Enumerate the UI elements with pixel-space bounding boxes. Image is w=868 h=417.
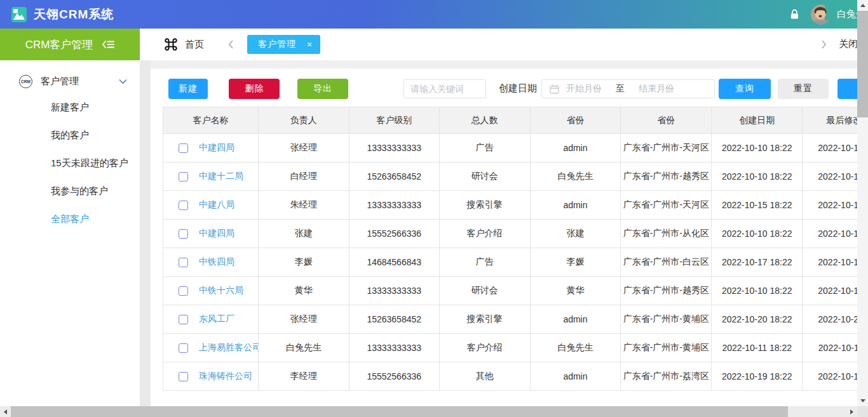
customer-name-link[interactable]: 中建四局	[199, 142, 234, 154]
sidebar-item[interactable]: 全部客户	[0, 205, 140, 233]
province2-cell: 广东省-广州市-白云区	[621, 248, 712, 277]
level-cell: 13333333333	[349, 277, 440, 305]
province-cell: admin	[531, 362, 621, 391]
total-cell: 客户介绍	[440, 334, 531, 362]
row-checkbox[interactable]	[179, 143, 188, 153]
customer-name-link[interactable]: 珠海铸件公司	[199, 371, 252, 382]
sidebar-item-customer-management[interactable]: CRM 客户管理	[0, 69, 140, 93]
province-cell: admin	[531, 305, 621, 334]
customers-table: 客户名称 负责人 客户级别 总人数 省份 省份 创建日期 最后修改时间 中建四局…	[163, 107, 868, 391]
province-cell: 张建	[531, 220, 621, 248]
customer-name-cell: 中铁十六局	[163, 277, 259, 305]
owner-cell: 黄华	[259, 277, 349, 305]
sidebar-item[interactable]: 我的客户	[0, 121, 140, 149]
table-row[interactable]: 中铁四局 李媛 14684566843 广告 李媛 广东省-广州市-白云区 20…	[163, 248, 868, 277]
sidebar-item[interactable]: 新建客户	[0, 93, 140, 121]
date-range-picker[interactable]: 开始月份 至 结束月份	[541, 79, 715, 98]
scroll-up-icon[interactable]	[857, 0, 868, 11]
province-cell: 黄华	[531, 277, 621, 305]
scroll-down-icon[interactable]	[857, 395, 868, 406]
level-cell: 15552566336	[349, 220, 440, 248]
customer-name-link[interactable]: 中建四局	[199, 228, 234, 239]
level-cell: 15552566336	[349, 362, 440, 391]
level-cell: 13333333333	[349, 134, 440, 162]
province-cell: admin	[531, 134, 621, 162]
search-input[interactable]	[403, 79, 486, 98]
app-window: 天翎CRM系统 白兔先生 CRM客户管理 首页	[0, 0, 868, 417]
row-checkbox[interactable]	[179, 372, 188, 381]
row-checkbox[interactable]	[179, 258, 188, 267]
customer-name-link[interactable]: 中建八局	[199, 199, 234, 211]
chevron-down-icon	[119, 79, 127, 84]
owner-cell: 张经理	[259, 134, 349, 162]
owner-cell: 白经理	[259, 162, 349, 191]
new-button[interactable]: 新建	[168, 79, 208, 99]
owner-cell: 张经理	[259, 305, 349, 334]
content-panel: 新建 删除 导出 创建日期 开始月份 至 结束月份 查询 重置	[151, 69, 857, 406]
lock-icon[interactable]	[790, 9, 799, 20]
scroll-left-icon[interactable]	[0, 406, 11, 417]
sidebar-item[interactable]: 15天未跟进的客户	[0, 149, 140, 177]
table-row[interactable]: 中建十二局 白经理 15263658452 研讨会 白兔先生 广东省-广州市-越…	[163, 162, 868, 191]
second-row: CRM客户管理 首页 客户管理 × 关闭操作	[0, 29, 868, 60]
customer-name-cell: 中建十二局	[163, 162, 259, 191]
command-icon[interactable]	[164, 37, 178, 51]
toolbar: 新建 删除 导出 创建日期 开始月份 至 结束月份 查询 重置	[168, 79, 857, 99]
province2-cell: 广东省-广州市-越秀区	[621, 162, 712, 191]
horizontal-scrollbar-thumb[interactable]	[11, 406, 788, 417]
table-row[interactable]: 中建八局 朱经理 13333333333 搜索引擎 admin 广东省-广州市-…	[163, 191, 868, 220]
vertical-scrollbar[interactable]	[857, 0, 868, 406]
sidebar-item[interactable]: 我参与的客户	[0, 177, 140, 205]
created-date-cell: 2022-10-17 18:22	[712, 248, 803, 277]
owner-cell: 李媛	[259, 248, 349, 277]
table-row[interactable]: 中铁十六局 黄华 13333333333 研讨会 黄华 广东省-广州市-越秀区 …	[163, 277, 868, 305]
customer-name-link[interactable]: 东风工厂	[199, 314, 234, 325]
row-checkbox[interactable]	[179, 343, 188, 353]
owner-cell: 朱经理	[259, 191, 349, 220]
customer-name-cell: 珠海铸件公司	[163, 362, 259, 391]
tab-scroll-left-icon[interactable]	[228, 40, 234, 49]
table-row[interactable]: 上海易胜客公司 白兔先生 13333333333 客户介绍 白兔先生 广东省-广…	[163, 334, 868, 362]
row-checkbox[interactable]	[179, 229, 188, 239]
customer-name-link[interactable]: 中铁四局	[199, 256, 234, 268]
created-date-cell: 2022-10-19 18:22	[712, 362, 803, 391]
export-button[interactable]: 导出	[297, 79, 348, 99]
horizontal-scrollbar[interactable]	[0, 406, 857, 417]
tabbar: 首页 客户管理 × 关闭操作	[140, 29, 868, 60]
date-start-placeholder: 开始月份	[566, 83, 602, 95]
tab-home[interactable]: 首页	[185, 39, 204, 51]
col-header-owner: 负责人	[259, 107, 349, 134]
vertical-scrollbar-thumb[interactable]	[857, 11, 868, 117]
scroll-right-icon[interactable]	[846, 406, 857, 417]
tab-scroll-right-icon[interactable]	[821, 40, 827, 51]
row-checkbox[interactable]	[179, 286, 188, 296]
collapse-menu-icon[interactable]	[102, 39, 114, 50]
row-checkbox[interactable]	[179, 315, 188, 324]
table-row[interactable]: 中建四局 张建 15552566336 客户介绍 张建 广东省-广州市-从化区 …	[163, 220, 868, 248]
delete-button[interactable]: 删除	[229, 79, 280, 99]
sidebar: CRM 客户管理 新建客户 我的客户 15天未跟进的客户 我参与的客户 全部客户	[0, 60, 140, 417]
table-row[interactable]: 东风工厂 张经理 15263658452 搜索引擎 admin 广东省-广州市-…	[163, 305, 868, 334]
customer-name-link[interactable]: 中铁十六局	[199, 285, 243, 296]
sidebar-header: CRM客户管理	[0, 29, 140, 60]
table-row[interactable]: 珠海铸件公司 李经理 15552566336 其他 admin 广东省-广州市-…	[163, 362, 868, 391]
user-avatar[interactable]	[811, 4, 831, 25]
reset-button[interactable]: 重置	[778, 79, 829, 99]
province2-cell: 广东省-广州市-荔湾区	[621, 362, 712, 391]
row-checkbox[interactable]	[179, 201, 188, 210]
created-date-cell: 2022-10-10 18:22	[712, 220, 803, 248]
customer-name-link[interactable]: 上海易胜客公司	[199, 342, 261, 354]
query-button[interactable]: 查询	[719, 79, 771, 99]
customer-name-cell: 中建八局	[163, 191, 259, 220]
tab-close-icon[interactable]: ×	[307, 40, 312, 49]
brand: 天翎CRM系统	[11, 6, 114, 23]
row-checkbox[interactable]	[179, 172, 188, 182]
province2-cell: 广东省-广州市-越秀区	[621, 277, 712, 305]
sidebar-submenu: 新建客户 我的客户 15天未跟进的客户 我参与的客户 全部客户	[0, 93, 140, 233]
calendar-icon	[550, 84, 559, 94]
tab-customer-management[interactable]: 客户管理 ×	[247, 35, 320, 54]
table-row[interactable]: 中建四局 张经理 13333333333 广告 admin 广东省-广州市-天河…	[163, 134, 868, 162]
total-cell: 广告	[440, 134, 531, 162]
customer-name-link[interactable]: 中建十二局	[199, 171, 243, 182]
col-header-created: 创建日期	[712, 107, 803, 134]
